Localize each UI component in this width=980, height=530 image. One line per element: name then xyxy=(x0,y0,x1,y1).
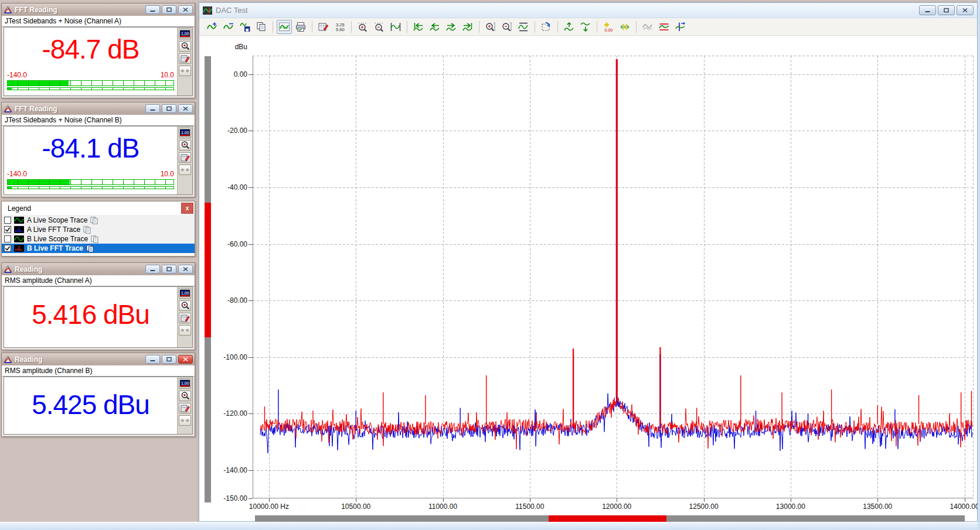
print-chart-button[interactable] xyxy=(293,20,308,34)
pan-arrows-button[interactable] xyxy=(179,325,191,336)
horizontal-scroll-indicator[interactable] xyxy=(255,515,965,522)
legend-row[interactable]: A Live Scope Trace xyxy=(2,216,195,225)
zoom-probe-button[interactable] xyxy=(179,140,191,151)
overlay-traces-button[interactable] xyxy=(640,20,655,34)
pan-left-end-button[interactable] xyxy=(411,20,426,34)
y-tick-label: -100.00 xyxy=(210,353,247,361)
digits-display-button[interactable]: 1.00 xyxy=(179,29,191,39)
legend-row-label: A Live Scope Trace xyxy=(27,216,87,224)
minimize-button[interactable] xyxy=(145,355,160,364)
zoom-x-in-button[interactable] xyxy=(355,20,370,34)
close-icon[interactable]: x xyxy=(181,203,193,214)
pan-right-button[interactable] xyxy=(444,20,459,34)
edit-properties-button[interactable] xyxy=(179,152,191,163)
close-button[interactable] xyxy=(178,355,193,364)
zoom-probe-button[interactable] xyxy=(179,300,191,311)
minimize-button[interactable] xyxy=(145,104,160,113)
copy-chart-button[interactable] xyxy=(254,20,269,34)
legend-row[interactable]: B Live FFT Trace xyxy=(2,244,195,253)
trace-visibility-checkbox[interactable] xyxy=(4,245,11,252)
copy-trace-icon[interactable] xyxy=(83,226,91,234)
x-tick-label: 10000.00 Hz xyxy=(243,502,295,511)
edit-properties-button[interactable] xyxy=(179,53,191,64)
restore-button[interactable] xyxy=(162,355,176,364)
vertical-scroll-indicator[interactable] xyxy=(205,56,211,502)
digits-display-button[interactable]: 1.00 xyxy=(179,128,191,138)
legend-row[interactable]: A Live FFT Trace xyxy=(2,225,195,234)
restore-button[interactable] xyxy=(938,5,955,15)
copy-trace-icon[interactable] xyxy=(86,245,94,252)
fit-y-button[interactable] xyxy=(516,20,531,34)
vertical-scroll-highlight[interactable] xyxy=(205,203,211,337)
fit-x-button[interactable] xyxy=(388,20,403,34)
trace-visibility-checkbox[interactable] xyxy=(4,226,11,233)
level-meter xyxy=(7,80,174,90)
y-tick-label: -150.00 xyxy=(210,494,247,502)
panel-title-bar[interactable]: Reading xyxy=(2,353,195,365)
panel-title-bar[interactable]: FFT Reading xyxy=(2,102,195,115)
copy-trace-icon[interactable] xyxy=(90,217,98,224)
add-trace-button[interactable] xyxy=(205,20,220,34)
pan-left-button[interactable] xyxy=(427,20,443,34)
edit-properties-button[interactable] xyxy=(316,20,331,34)
trace-visibility-checkbox[interactable] xyxy=(4,235,11,242)
pan-arrows-button[interactable] xyxy=(179,165,191,175)
app-frame-right xyxy=(978,0,980,530)
numeric-readout-button[interactable]: 3.255.60 xyxy=(332,20,348,34)
dac-title-bar[interactable]: DAC Test xyxy=(199,3,977,18)
legend-row[interactable]: B Live Scope Trace xyxy=(2,234,195,244)
zoom-x-out-button[interactable] xyxy=(372,20,387,34)
panel-title-bar[interactable]: Reading xyxy=(2,263,195,275)
x-tick-label: 12000.00 xyxy=(590,502,643,511)
panel-side-buttons: 1.00 xyxy=(177,287,192,347)
digits-display-button[interactable]: 1.00 xyxy=(179,288,191,299)
close-button[interactable] xyxy=(957,5,974,15)
remove-offset-button[interactable] xyxy=(617,20,632,34)
legend-row-label: B Live FFT Trace xyxy=(27,244,83,252)
close-button[interactable] xyxy=(178,5,193,14)
cursor-reader-button[interactable] xyxy=(673,20,688,34)
pan-arrows-button[interactable] xyxy=(179,415,191,426)
legend-row-label: B Live Scope Trace xyxy=(27,235,88,243)
x-tick-mark xyxy=(965,498,965,502)
pan-arrows-button[interactable] xyxy=(179,66,191,76)
minimize-button[interactable] xyxy=(145,5,160,14)
shift-up-button[interactable] xyxy=(562,20,577,34)
x-tick-mark xyxy=(269,498,270,502)
horizontal-scroll-highlight[interactable] xyxy=(549,515,666,522)
legend-title-bar[interactable]: Legendx xyxy=(2,201,195,215)
y-tick-label: -80.00 xyxy=(210,296,247,305)
zoom-y-out-button[interactable] xyxy=(499,20,515,34)
save-trace-button[interactable] xyxy=(237,20,253,34)
restore-button[interactable] xyxy=(162,104,176,113)
zoom-probe-button[interactable] xyxy=(179,41,191,52)
restore-button[interactable] xyxy=(162,5,176,14)
zoom-y-in-button[interactable] xyxy=(483,20,498,34)
meter-min-label: -140.0 xyxy=(7,71,27,79)
copy-trace-icon[interactable] xyxy=(91,235,99,243)
zero-reference-button[interactable]: 0.00 xyxy=(601,20,616,34)
close-button[interactable] xyxy=(178,104,193,113)
reference-lines-button[interactable] xyxy=(656,20,672,34)
minimize-button[interactable] xyxy=(919,5,936,15)
chart-view-button[interactable] xyxy=(277,20,292,34)
reading-value: -84.1 dB xyxy=(4,129,177,167)
edit-properties-button[interactable] xyxy=(179,313,191,323)
y-tick-mark xyxy=(249,244,253,245)
shift-down-button[interactable] xyxy=(578,20,593,34)
zoom-probe-button[interactable] xyxy=(179,391,191,401)
fft-trace-icon xyxy=(14,226,24,233)
close-button[interactable] xyxy=(178,265,193,273)
panel-title-bar[interactable]: FFT Reading xyxy=(2,4,195,16)
minimize-button[interactable] xyxy=(145,265,160,273)
remove-trace-button[interactable] xyxy=(221,20,236,34)
rotate-view-button[interactable] xyxy=(539,20,554,34)
digits-display-button[interactable]: 1.00 xyxy=(179,378,191,389)
trace-visibility-checkbox[interactable] xyxy=(4,217,11,224)
y-tick-mark xyxy=(249,357,253,358)
y-tick-label: -140.00 xyxy=(210,466,247,474)
restore-button[interactable] xyxy=(162,265,176,273)
pan-right-end-button[interactable] xyxy=(460,20,475,34)
spectrum-plot[interactable] xyxy=(253,56,974,498)
edit-properties-button[interactable] xyxy=(179,403,191,413)
